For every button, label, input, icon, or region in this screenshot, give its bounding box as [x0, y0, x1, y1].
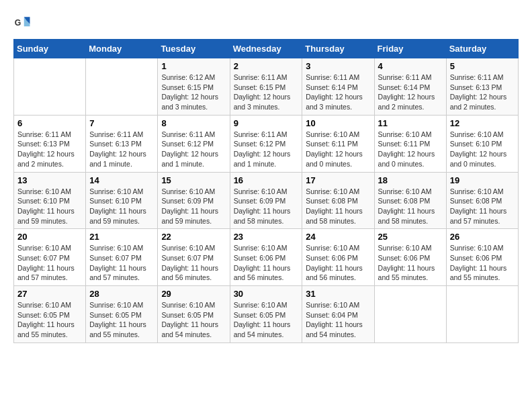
calendar-cell: 21Sunrise: 6:10 AMSunset: 6:07 PMDayligh… — [86, 229, 158, 286]
calendar-cell: 9Sunrise: 6:11 AMSunset: 6:12 PMDaylight… — [230, 115, 302, 172]
day-info: Sunrise: 6:10 AMSunset: 6:05 PMDaylight:… — [234, 300, 299, 340]
day-number: 3 — [306, 61, 370, 71]
day-info: Sunrise: 6:11 AMSunset: 6:12 PMDaylight:… — [161, 130, 226, 169]
day-info: Sunrise: 6:10 AMSunset: 6:10 PMDaylight:… — [89, 187, 154, 226]
calendar-cell: 4Sunrise: 6:11 AMSunset: 6:14 PMDaylight… — [374, 58, 446, 116]
day-info: Sunrise: 6:11 AMSunset: 6:15 PMDaylight:… — [234, 73, 299, 112]
day-number: 6 — [17, 118, 82, 128]
column-header-friday: Friday — [374, 40, 446, 58]
day-info: Sunrise: 6:10 AMSunset: 6:07 PMDaylight:… — [161, 243, 226, 283]
day-info: Sunrise: 6:11 AMSunset: 6:13 PMDaylight:… — [450, 73, 515, 112]
day-info: Sunrise: 6:10 AMSunset: 6:06 PMDaylight:… — [234, 243, 299, 283]
calendar-cell: 10Sunrise: 6:10 AMSunset: 6:11 PMDayligh… — [302, 115, 374, 172]
calendar-cell: 17Sunrise: 6:10 AMSunset: 6:08 PMDayligh… — [302, 172, 374, 229]
day-number: 30 — [234, 289, 299, 299]
day-number: 2 — [234, 61, 299, 71]
day-number: 31 — [306, 289, 370, 299]
day-number: 29 — [161, 289, 226, 299]
day-info: Sunrise: 6:10 AMSunset: 6:06 PMDaylight:… — [378, 243, 443, 283]
day-number: 8 — [161, 118, 226, 128]
day-number: 16 — [234, 175, 299, 185]
day-number: 17 — [306, 175, 370, 185]
day-info: Sunrise: 6:10 AMSunset: 6:07 PMDaylight:… — [89, 243, 154, 283]
calendar-cell: 25Sunrise: 6:10 AMSunset: 6:06 PMDayligh… — [374, 229, 446, 286]
calendar-table: SundayMondayTuesdayWednesdayThursdayFrid… — [13, 39, 519, 343]
day-info: Sunrise: 6:10 AMSunset: 6:10 PMDaylight:… — [450, 130, 515, 169]
calendar-cell: 24Sunrise: 6:10 AMSunset: 6:06 PMDayligh… — [302, 229, 374, 286]
logo: G — [13, 13, 35, 32]
day-info: Sunrise: 6:10 AMSunset: 6:09 PMDaylight:… — [234, 187, 299, 226]
day-number: 20 — [17, 232, 82, 242]
day-number: 10 — [306, 118, 370, 128]
day-number: 14 — [89, 175, 154, 185]
svg-text:G: G — [15, 18, 21, 28]
day-number: 26 — [450, 232, 515, 242]
day-info: Sunrise: 6:10 AMSunset: 6:07 PMDaylight:… — [17, 243, 82, 283]
calendar-cell: 28Sunrise: 6:10 AMSunset: 6:05 PMDayligh… — [86, 286, 158, 343]
day-number: 12 — [450, 118, 515, 128]
calendar-cell: 13Sunrise: 6:10 AMSunset: 6:10 PMDayligh… — [14, 172, 86, 229]
calendar-cell: 31Sunrise: 6:10 AMSunset: 6:04 PMDayligh… — [302, 286, 374, 343]
day-number: 4 — [378, 61, 443, 71]
day-number: 15 — [161, 175, 226, 185]
calendar-cell: 22Sunrise: 6:10 AMSunset: 6:07 PMDayligh… — [158, 229, 230, 286]
day-info: Sunrise: 6:10 AMSunset: 6:05 PMDaylight:… — [89, 300, 154, 340]
calendar-cell: 19Sunrise: 6:10 AMSunset: 6:08 PMDayligh… — [446, 172, 518, 229]
calendar-cell: 5Sunrise: 6:11 AMSunset: 6:13 PMDaylight… — [446, 58, 518, 116]
day-number: 13 — [17, 175, 82, 185]
day-info: Sunrise: 6:10 AMSunset: 6:10 PMDaylight:… — [17, 187, 82, 226]
column-header-saturday: Saturday — [446, 40, 518, 58]
day-info: Sunrise: 6:11 AMSunset: 6:14 PMDaylight:… — [378, 73, 443, 112]
day-info: Sunrise: 6:10 AMSunset: 6:05 PMDaylight:… — [161, 300, 226, 340]
calendar-cell: 30Sunrise: 6:10 AMSunset: 6:05 PMDayligh… — [230, 286, 302, 343]
column-header-thursday: Thursday — [302, 40, 374, 58]
column-header-monday: Monday — [86, 40, 158, 58]
calendar-cell — [446, 286, 518, 343]
calendar-cell: 20Sunrise: 6:10 AMSunset: 6:07 PMDayligh… — [14, 229, 86, 286]
day-info: Sunrise: 6:10 AMSunset: 6:11 PMDaylight:… — [306, 130, 370, 169]
day-number: 28 — [89, 289, 154, 299]
day-info: Sunrise: 6:10 AMSunset: 6:08 PMDaylight:… — [306, 187, 370, 226]
calendar-cell: 26Sunrise: 6:10 AMSunset: 6:06 PMDayligh… — [446, 229, 518, 286]
day-number: 25 — [378, 232, 443, 242]
day-info: Sunrise: 6:11 AMSunset: 6:13 PMDaylight:… — [17, 130, 82, 169]
calendar-cell: 27Sunrise: 6:10 AMSunset: 6:05 PMDayligh… — [14, 286, 86, 343]
page-header: G — [13, 13, 519, 32]
calendar-cell: 16Sunrise: 6:10 AMSunset: 6:09 PMDayligh… — [230, 172, 302, 229]
day-info: Sunrise: 6:10 AMSunset: 6:06 PMDaylight:… — [450, 243, 515, 283]
logo-icon: G — [13, 13, 32, 32]
day-number: 9 — [234, 118, 299, 128]
calendar-cell — [14, 58, 86, 116]
column-header-tuesday: Tuesday — [158, 40, 230, 58]
day-number: 7 — [89, 118, 154, 128]
day-info: Sunrise: 6:10 AMSunset: 6:08 PMDaylight:… — [378, 187, 443, 226]
day-info: Sunrise: 6:10 AMSunset: 6:08 PMDaylight:… — [450, 187, 515, 226]
day-number: 27 — [17, 289, 82, 299]
calendar-cell: 11Sunrise: 6:10 AMSunset: 6:11 PMDayligh… — [374, 115, 446, 172]
calendar-cell: 8Sunrise: 6:11 AMSunset: 6:12 PMDaylight… — [158, 115, 230, 172]
calendar-cell: 23Sunrise: 6:10 AMSunset: 6:06 PMDayligh… — [230, 229, 302, 286]
day-number: 11 — [378, 118, 443, 128]
day-number: 5 — [450, 61, 515, 71]
day-number: 24 — [306, 232, 370, 242]
calendar-cell: 2Sunrise: 6:11 AMSunset: 6:15 PMDaylight… — [230, 58, 302, 116]
day-info: Sunrise: 6:10 AMSunset: 6:06 PMDaylight:… — [306, 243, 370, 283]
calendar-cell: 6Sunrise: 6:11 AMSunset: 6:13 PMDaylight… — [14, 115, 86, 172]
calendar-cell — [86, 58, 158, 116]
day-info: Sunrise: 6:11 AMSunset: 6:14 PMDaylight:… — [306, 73, 370, 112]
calendar-cell: 15Sunrise: 6:10 AMSunset: 6:09 PMDayligh… — [158, 172, 230, 229]
day-number: 18 — [378, 175, 443, 185]
day-info: Sunrise: 6:11 AMSunset: 6:13 PMDaylight:… — [89, 130, 154, 169]
day-number: 1 — [161, 61, 226, 71]
day-info: Sunrise: 6:10 AMSunset: 6:11 PMDaylight:… — [378, 130, 443, 169]
day-number: 19 — [450, 175, 515, 185]
column-header-wednesday: Wednesday — [230, 40, 302, 58]
day-info: Sunrise: 6:12 AMSunset: 6:15 PMDaylight:… — [161, 73, 226, 112]
calendar-cell: 12Sunrise: 6:10 AMSunset: 6:10 PMDayligh… — [446, 115, 518, 172]
calendar-cell: 1Sunrise: 6:12 AMSunset: 6:15 PMDaylight… — [158, 58, 230, 116]
day-number: 21 — [89, 232, 154, 242]
calendar-cell — [374, 286, 446, 343]
calendar-cell: 7Sunrise: 6:11 AMSunset: 6:13 PMDaylight… — [86, 115, 158, 172]
day-number: 22 — [161, 232, 226, 242]
calendar-cell: 18Sunrise: 6:10 AMSunset: 6:08 PMDayligh… — [374, 172, 446, 229]
